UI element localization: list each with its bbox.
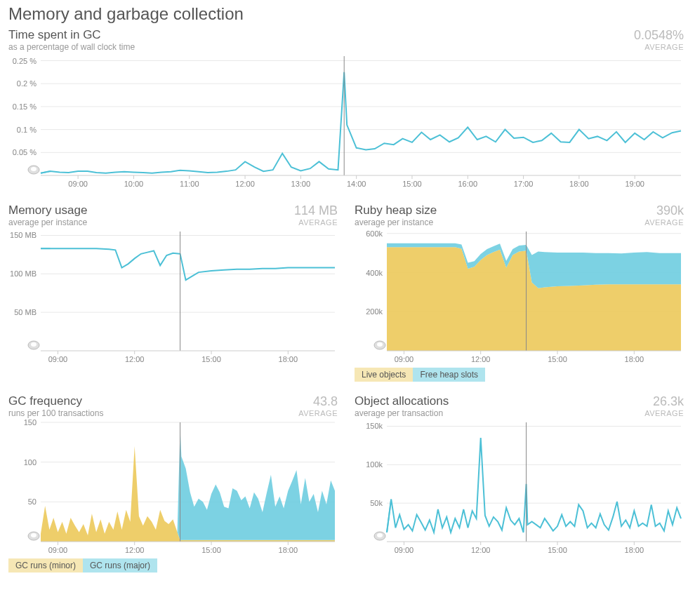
svg-text:09:00: 09:00 [68,180,88,188]
svg-text:18:00: 18:00 [279,355,298,363]
svg-text:0.25 %: 0.25 % [13,57,37,65]
svg-text:12:00: 12:00 [471,355,491,363]
svg-text:600k: 600k [366,229,383,238]
svg-point-91 [31,533,37,537]
svg-point-36 [31,167,37,171]
svg-text:0.2 %: 0.2 % [17,79,37,88]
panel-gc-freq: GC frequency runs per 100 transactions 4… [8,394,338,573]
panel-title: Ruby heap size [355,203,437,217]
svg-text:150k: 150k [366,422,383,430]
svg-text:14:00: 14:00 [347,180,366,188]
legend-item-free-heap[interactable]: Free heap slots [413,368,485,382]
svg-text:100k: 100k [366,460,383,469]
svg-text:18:00: 18:00 [625,546,644,554]
panel-value: 26.3k [644,394,684,409]
svg-text:200k: 200k [366,307,383,316]
chart-gc-time[interactable]: 0.05 %0.1 %0.15 %0.2 %0.25 %09:0010:0011… [8,52,684,191]
panel-subtitle: average per instance [8,217,87,227]
svg-text:09:00: 09:00 [48,546,68,554]
svg-text:10:00: 10:00 [124,180,144,188]
panel-title: Object allocations [355,394,449,408]
average-label: AVERAGE [644,409,684,417]
svg-point-73 [377,342,383,347]
svg-text:12:00: 12:00 [125,546,145,554]
legend-item-live-objects[interactable]: Live objects [355,368,413,382]
svg-text:12:00: 12:00 [125,355,145,363]
svg-text:18:00: 18:00 [569,180,589,188]
panel-subtitle: as a percentage of wall clock time [8,42,135,52]
legend-item-major[interactable]: GC runs (major) [83,558,157,573]
svg-text:19:00: 19:00 [625,180,644,188]
panel-title: Memory usage [8,203,87,217]
average-label: AVERAGE [298,409,338,417]
panel-subtitle: runs per 100 transactions [8,408,103,418]
panel-gc-time: Time spent in GC as a percentage of wall… [8,28,684,191]
chart-memory[interactable]: 50 MB100 MB150 MB09:0012:0015:0018:00 [8,227,338,366]
svg-text:13:00: 13:00 [291,180,311,188]
svg-text:12:00: 12:00 [235,180,255,188]
svg-text:18:00: 18:00 [625,355,644,363]
average-label: AVERAGE [634,43,684,51]
svg-text:11:00: 11:00 [180,180,199,188]
svg-text:100: 100 [24,458,37,467]
panel-subtitle: average per transaction [355,408,449,418]
panel-value: 390k [644,203,684,218]
panel-value: 114 MB [294,203,338,218]
svg-text:50 MB: 50 MB [14,308,37,316]
svg-text:50k: 50k [370,499,383,507]
svg-text:15:00: 15:00 [402,180,422,188]
average-label: AVERAGE [294,218,338,227]
panel-heap: Ruby heap size average per instance 390k… [355,203,684,382]
svg-text:15:00: 15:00 [201,546,221,554]
page-title: Memory and garbage collection [8,4,684,24]
svg-text:09:00: 09:00 [395,355,414,363]
svg-text:15:00: 15:00 [548,546,567,554]
panel-title: GC frequency [8,394,103,408]
svg-text:09:00: 09:00 [48,355,68,363]
panel-value: 43.8 [298,394,338,409]
svg-text:18:00: 18:00 [279,546,298,554]
chart-heap[interactable]: 200k400k600k09:0012:0015:0018:00 [355,227,684,366]
svg-point-110 [377,533,383,537]
svg-text:16:00: 16:00 [458,180,477,188]
panel-title: Time spent in GC [8,28,135,42]
legend-item-minor[interactable]: GC runs (minor) [8,558,83,573]
svg-text:09:00: 09:00 [395,546,414,554]
svg-text:0.1 %: 0.1 % [17,126,37,134]
svg-text:0.15 %: 0.15 % [13,102,37,111]
average-label: AVERAGE [644,218,684,227]
panel-subtitle: average per instance [355,217,437,227]
panel-value: 0.0548% [634,28,684,43]
svg-text:17:00: 17:00 [514,180,534,188]
svg-text:15:00: 15:00 [201,355,221,363]
svg-text:12:00: 12:00 [471,546,491,554]
svg-text:15:00: 15:00 [548,355,567,363]
svg-text:0.05 %: 0.05 % [13,148,37,156]
legend: Live objects Free heap slots [355,368,684,382]
chart-obj-alloc[interactable]: 50k100k150k09:0012:0015:0018:00 [355,418,684,557]
panel-obj-alloc: Object allocations average per transacti… [355,394,684,573]
svg-point-55 [31,342,37,347]
svg-text:100 MB: 100 MB [10,269,37,278]
panel-memory: Memory usage average per instance 114 MB… [8,203,338,382]
legend: GC runs (minor) GC runs (major) [8,558,338,573]
svg-text:150 MB: 150 MB [10,231,37,239]
chart-gc-freq[interactable]: 5010015009:0012:0015:0018:00 [8,418,338,557]
svg-text:400k: 400k [366,269,383,277]
svg-text:50: 50 [28,497,37,506]
svg-text:150: 150 [24,418,37,427]
